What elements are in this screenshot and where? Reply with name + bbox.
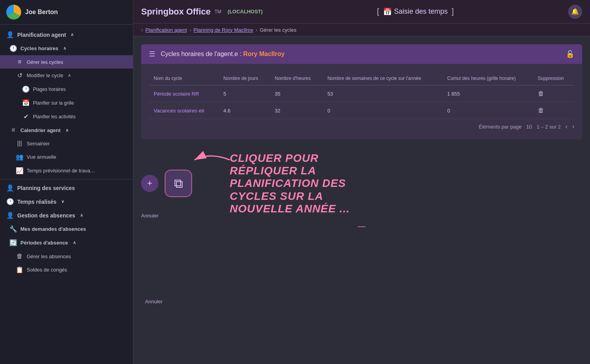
table-row: Vacances scolaires éé 4.6 32 0 0 🗑	[149, 102, 574, 119]
wrench-icon: 🔧	[9, 225, 17, 233]
per-page-label: Éléments par page	[479, 124, 521, 130]
delete-button-0[interactable]: 🗑	[538, 90, 544, 97]
action-row: + ⧉ CLIQUER POUR RÉPLIQUER	[141, 146, 582, 215]
cell-nom-0: Période scolaire RR	[149, 85, 219, 102]
cell-cumul-1: 0	[443, 102, 533, 119]
breadcrumb-current: Gérer les cycles	[260, 27, 296, 33]
cycle-icon: 🔄	[9, 239, 17, 246]
cancel-label: Annuler	[145, 299, 163, 304]
sidebar-item-gerer-absences[interactable]: 🗑 Gérer les absences	[0, 250, 133, 263]
panel-title: Cycles horaires de l'agent.e : Rory MacI…	[161, 51, 285, 58]
chart-icon: 📈	[16, 167, 24, 174]
breadcrumb-sep: ›	[141, 27, 143, 33]
sidebar-item-mes-demandes[interactable]: 🔧 Mes demandes d'absences	[0, 222, 133, 236]
plus-icon: +	[147, 178, 152, 188]
sidebar-header: Joe Berton	[0, 0, 133, 25]
clipboard-icon: 📋	[16, 266, 24, 273]
col-suppression: Suppression	[533, 72, 574, 85]
col-nom: Nom du cycle	[149, 72, 219, 85]
sidebar-item-calendrier-agent[interactable]: ≡ Calendrier agent ∧	[0, 123, 133, 137]
cycles-table: Nom du cycle Nombre de jours Nombre d'he…	[149, 72, 574, 119]
sidebar-item-planification-agent[interactable]: 👤 Planification agent ∧	[0, 28, 133, 42]
content-area: ☰ Cycles horaires de l'agent.e : Rory Ma…	[133, 36, 590, 364]
person3-icon: 👤	[6, 212, 14, 219]
topbar: Springbox Office TM (LOCALHOST) [ 📅 Sais…	[133, 0, 590, 24]
panel-agent-name: Rory MacIlroy	[243, 51, 285, 57]
sidebar-item-soldes-conges[interactable]: 📋 Soldes de congés	[0, 263, 133, 277]
pagination: Éléments par page 10 1 – 2 sur 2 ‹ ›	[149, 119, 574, 132]
mode-label: Saisie des temps	[394, 7, 448, 16]
app-logo	[6, 5, 21, 20]
clock-icon: 🕐	[9, 45, 17, 52]
cell-delete-0: 🗑	[533, 85, 574, 102]
sidebar-item-gestion-absences[interactable]: 👤 Gestion des absences ∧	[0, 208, 133, 222]
sidebar-username: Joe Berton	[25, 9, 58, 16]
col-jours: Nombre de jours	[219, 72, 270, 85]
breadcrumb-sep2: ›	[189, 27, 191, 33]
sidebar-item-cycles-horaires[interactable]: 🕐 Cycles horaires ∧	[0, 42, 133, 55]
chevron-icon: ∧	[71, 32, 74, 37]
cycle-link-1[interactable]: Vacances scolaires éé	[154, 108, 204, 114]
add-cycle-button[interactable]: +	[141, 175, 158, 192]
bottom-dash: —	[141, 222, 582, 231]
sidebar-item-temps-previsionnel[interactable]: 📈 Temps prévisionnel de trava…	[0, 164, 133, 177]
divider	[0, 179, 133, 179]
menu2-icon: ≡	[9, 127, 17, 134]
bracket-close: ]	[452, 7, 454, 16]
trademark: TM	[214, 9, 221, 14]
server-label: (LOCALHOST)	[228, 9, 263, 14]
sidebar-item-vue-annuelle[interactable]: 👥 Vue annuelle	[0, 150, 133, 164]
sidebar-item-gerer-cycles[interactable]: ≡ Gérer les cycles	[0, 55, 133, 69]
panel-title-prefix: Cycles horaires de l'agent.e :	[161, 51, 243, 57]
menu-icon: ≡	[16, 58, 24, 65]
table-panel: Nom du cycle Nombre de jours Nombre d'he…	[141, 64, 582, 139]
pagination-prev-button[interactable]: ‹	[565, 123, 567, 130]
sidebar-item-plages-horaires[interactable]: 🕐 Plages horaires	[0, 82, 133, 96]
cell-cumul-0: 1 855	[443, 85, 533, 102]
sidebar-item-planifier-activites[interactable]: ✔ Planifier les activités	[0, 110, 133, 123]
col-heures: Nombre d'heures	[270, 72, 323, 85]
cycle-link-0[interactable]: Période scolaire RR	[154, 91, 199, 97]
users-icon: 👥	[16, 153, 24, 161]
sidebar-item-periodes-absence[interactable]: 🔄 Périodes d'absence ∧	[0, 236, 133, 250]
sidebar-item-semainier[interactable]: ||| Semainier	[0, 137, 133, 150]
table-header-row: Nom du cycle Nombre de jours Nombre d'he…	[149, 72, 574, 85]
bracket-open: [	[377, 7, 379, 16]
sidebar-item-temps-realises[interactable]: 🕐 Temps réalisés ∨	[0, 195, 133, 208]
page-range: 1 – 2 sur 2	[537, 124, 561, 130]
clock2-icon: 🕐	[22, 85, 30, 93]
cell-nom-1: Vacances scolaires éé	[149, 102, 219, 119]
delete-button-1[interactable]: 🗑	[538, 107, 544, 114]
replicate-button[interactable]: ⧉	[165, 170, 192, 197]
sidebar: Joe Berton 👤 Planification agent ∧ 🕐 Cyc…	[0, 0, 133, 364]
person2-icon: 👤	[6, 184, 14, 192]
person-icon: 👤	[6, 31, 14, 38]
chevron-icon: ∧	[68, 73, 71, 78]
sidebar-item-planifier-grille[interactable]: 📅 Planifier sur la grille	[0, 96, 133, 110]
cell-semaines-1: 0	[323, 102, 443, 119]
col-cumul: Cumul des heures (grille horaire)	[443, 72, 533, 85]
bars-icon: |||	[16, 140, 24, 147]
chevron-icon: ∧	[63, 46, 66, 51]
cell-delete-1: 🗑	[533, 102, 574, 119]
notification-bell-button[interactable]: 🔔	[568, 5, 582, 19]
table-row: Période scolaire RR 5 35 53 1 855 🗑	[149, 85, 574, 102]
breadcrumb: › Planification agent › Planning de Rory…	[133, 24, 590, 36]
breadcrumb-planning-rory[interactable]: Planning de Rory MacIlroy	[194, 27, 253, 33]
pagination-next-button[interactable]: ›	[572, 123, 574, 130]
lock-icon[interactable]: 🔓	[566, 50, 574, 58]
calendar-icon: 📅	[22, 99, 30, 107]
sidebar-item-planning-services[interactable]: 👤 Planning des services	[0, 181, 133, 195]
arrow-svg	[187, 148, 234, 172]
breadcrumb-planif-agent[interactable]: Planification agent	[145, 27, 187, 33]
chevron-down-icon: ∨	[61, 199, 64, 204]
cell-jours-0: 5	[219, 85, 270, 102]
cell-heures-1: 32	[270, 102, 323, 119]
annotation-text: CLIQUER POUR RÉPLIQUER LA PLANIFICATION …	[230, 152, 350, 215]
hamburger-icon: ☰	[149, 50, 155, 58]
sidebar-item-modifier-cycle[interactable]: ↺ Modifier le cycle ∧	[0, 69, 133, 82]
refresh-icon: ↺	[16, 72, 24, 79]
panel-header: ☰ Cycles horaires de l'agent.e : Rory Ma…	[141, 44, 582, 64]
breadcrumb-sep3: ›	[256, 27, 258, 33]
annotation-area: CLIQUER POUR RÉPLIQUER LA PLANIFICATION …	[198, 152, 582, 215]
